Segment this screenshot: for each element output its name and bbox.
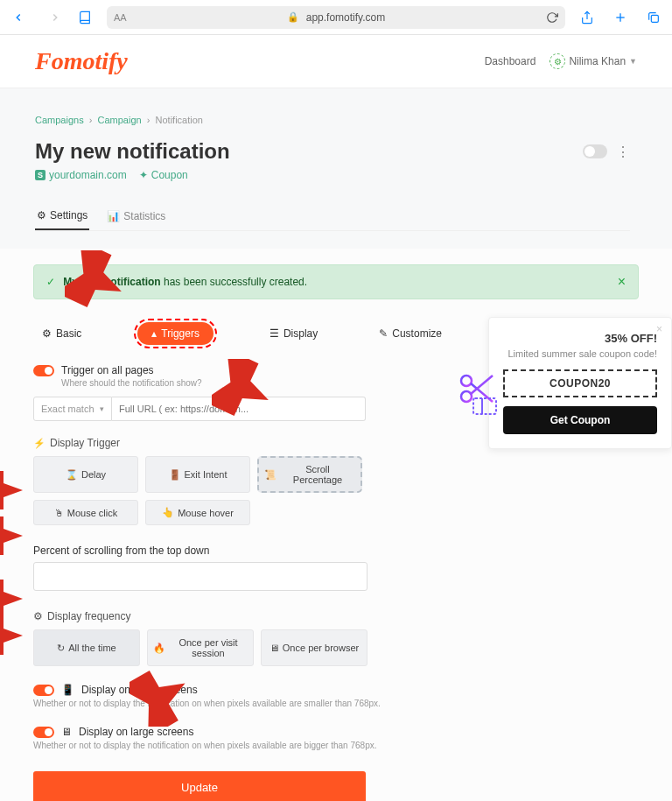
user-menu[interactable]: ⚙ Nilima Khan ▼ bbox=[550, 53, 637, 69]
more-menu-icon[interactable]: ⋮ bbox=[616, 144, 630, 160]
gear-icon: ⚙ bbox=[37, 209, 46, 221]
svg-marker-11 bbox=[212, 359, 273, 417]
display-trigger-label: Display Trigger bbox=[50, 437, 120, 449]
chart-icon: 📊 bbox=[107, 210, 120, 222]
annotation-arrow bbox=[0, 471, 24, 509]
trigger-all-pages-label: Trigger on all pages bbox=[61, 364, 154, 376]
refresh-icon[interactable] bbox=[546, 11, 558, 24]
annotation-arrow bbox=[130, 669, 191, 727]
promo-popup: × 35% OFF! Limited summer sale coupon co… bbox=[488, 317, 672, 449]
annotation-arrow bbox=[0, 516, 24, 555]
trigger-delay-button[interactable]: ⌛Delay bbox=[33, 456, 138, 493]
list-icon: ☰ bbox=[270, 327, 279, 340]
repeat-icon: ↻ bbox=[57, 643, 65, 654]
svg-point-5 bbox=[461, 391, 472, 402]
trigger-all-pages-toggle[interactable] bbox=[33, 365, 54, 376]
app-header: Fomotify Dashboard ⚙ Nilima Khan ▼ bbox=[0, 35, 672, 88]
percent-scroll-label: Percent of scrolling from the top down bbox=[33, 545, 639, 557]
trigger-hover-button[interactable]: 👆Mouse hover bbox=[145, 500, 250, 525]
freq-all-button[interactable]: ↻All the time bbox=[33, 629, 140, 666]
annotation-highlight-triggers: ▴Triggers bbox=[134, 319, 217, 348]
promo-subtitle: Limited summer sale coupon code! bbox=[503, 348, 657, 359]
scroll-icon: 📜 bbox=[264, 469, 276, 481]
large-screens-toggle[interactable] bbox=[33, 727, 54, 738]
fire-icon: 🔥 bbox=[153, 643, 165, 654]
text-size-control[interactable]: AA bbox=[114, 12, 127, 23]
section-tab-display[interactable]: ☰Display bbox=[261, 322, 326, 345]
gear-icon: ⚙ bbox=[42, 327, 52, 340]
freq-session-button[interactable]: 🔥Once per visit session bbox=[147, 629, 254, 666]
svg-point-4 bbox=[461, 376, 472, 386]
promo-title: 35% OFF! bbox=[503, 332, 657, 345]
large-screens-label: Display on large screens bbox=[79, 726, 193, 738]
nav-forward-icon[interactable] bbox=[47, 10, 63, 25]
svg-line-7 bbox=[471, 376, 493, 394]
desktop-icon: 🖥 bbox=[61, 726, 72, 738]
nav-dashboard[interactable]: Dashboard bbox=[485, 55, 536, 67]
page-title: My new notification bbox=[35, 139, 230, 164]
section-tab-triggers[interactable]: ▴Triggers bbox=[137, 322, 214, 345]
get-coupon-button[interactable]: Get Coupon bbox=[503, 406, 657, 434]
svg-marker-14 bbox=[0, 580, 23, 618]
nav-back-icon[interactable] bbox=[10, 10, 26, 25]
promo-close-icon[interactable]: × bbox=[656, 323, 662, 335]
svg-marker-15 bbox=[0, 616, 23, 655]
bolt-icon: ⚡ bbox=[33, 438, 46, 449]
breadcrumb-current: Notification bbox=[156, 115, 203, 125]
svg-marker-12 bbox=[0, 471, 23, 509]
brand-logo[interactable]: Fomotify bbox=[35, 47, 128, 75]
svg-marker-10 bbox=[65, 250, 126, 308]
update-button[interactable]: Update bbox=[33, 771, 366, 801]
url-text: app.fomotify.com bbox=[306, 11, 385, 24]
breadcrumb-campaign[interactable]: Campaign bbox=[98, 115, 142, 125]
small-screens-helper: Whether or not to display the notificati… bbox=[33, 699, 639, 708]
trigger-scroll-button[interactable]: 📜Scroll Percentage bbox=[257, 456, 362, 493]
annotation-arrow bbox=[0, 580, 24, 618]
enable-toggle[interactable] bbox=[583, 144, 607, 158]
breadcrumb: Campaigns › Campaign › Notification bbox=[35, 115, 630, 125]
annotation-arrow bbox=[0, 616, 24, 655]
user-avatar-icon: ⚙ bbox=[550, 53, 565, 69]
sliders-icon: ⚙ bbox=[33, 610, 43, 622]
svg-rect-3 bbox=[651, 15, 658, 22]
breadcrumb-campaigns[interactable]: Campaigns bbox=[35, 115, 84, 125]
url-bar[interactable]: AA 🔒 app.fomotify.com bbox=[107, 6, 565, 29]
section-tab-customize[interactable]: ✎Customize bbox=[370, 322, 451, 345]
scissors-icon bbox=[451, 367, 503, 419]
alert-close-icon[interactable]: × bbox=[618, 274, 626, 290]
trigger-exit-button[interactable]: 🚪Exit Intent bbox=[145, 456, 250, 493]
tab-settings[interactable]: ⚙Settings bbox=[35, 202, 89, 230]
check-icon: ✓ bbox=[46, 276, 55, 288]
display-frequency-label: Display frequency bbox=[47, 610, 130, 622]
mobile-icon: 📱 bbox=[61, 684, 74, 696]
large-screens-helper: Whether or not to display the notificati… bbox=[33, 741, 639, 750]
svg-marker-16 bbox=[130, 669, 191, 727]
pencil-icon: ✎ bbox=[379, 327, 388, 340]
coupon-code[interactable]: COUPON20 bbox=[503, 369, 657, 397]
new-tab-icon[interactable] bbox=[612, 10, 628, 25]
percent-scroll-input[interactable] bbox=[33, 562, 368, 591]
mouse-icon: 🖱 bbox=[54, 508, 64, 518]
browser-icon: 🖥 bbox=[270, 643, 279, 653]
domain-link[interactable]: Syourdomain.com bbox=[35, 169, 127, 181]
tabs-icon[interactable] bbox=[646, 10, 662, 25]
chevron-up-icon: ▴ bbox=[151, 327, 157, 340]
match-type-select[interactable]: Exact match▾ bbox=[33, 397, 112, 421]
section-tab-basic[interactable]: ⚙Basic bbox=[33, 322, 90, 345]
freq-browser-button[interactable]: 🖥Once per browser bbox=[261, 629, 368, 666]
exit-icon: 🚪 bbox=[169, 469, 181, 481]
type-link[interactable]: ✦Coupon bbox=[139, 169, 188, 181]
hourglass-icon: ⌛ bbox=[66, 469, 78, 481]
tab-statistics[interactable]: 📊Statistics bbox=[105, 202, 167, 230]
browser-toolbar: AA 🔒 app.fomotify.com bbox=[0, 0, 672, 35]
annotation-arrow bbox=[65, 250, 126, 308]
trigger-click-button[interactable]: 🖱Mouse click bbox=[33, 500, 138, 525]
svg-marker-13 bbox=[0, 516, 23, 555]
annotation-arrow bbox=[212, 359, 273, 417]
pointer-icon: 👆 bbox=[162, 507, 174, 518]
share-icon[interactable] bbox=[579, 10, 595, 25]
book-icon[interactable] bbox=[77, 10, 93, 25]
small-screens-toggle[interactable] bbox=[33, 685, 54, 696]
